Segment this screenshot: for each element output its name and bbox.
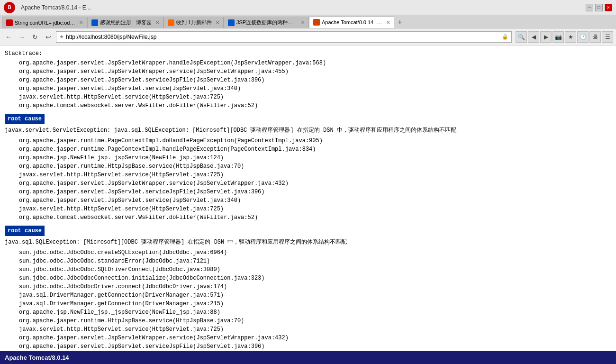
stacktrace-label: Stacktrace: [5, 49, 611, 58]
address-icon: ★ [59, 34, 64, 40]
toolbar-icons: 🔍 ◀ ▶ 📷 ★ 🕐 🖶 ☰ [516, 31, 613, 43]
search-icon[interactable]: 🔍 [516, 31, 527, 43]
stack-line: org.apache.jsp.NewFile_jsp._jspService(N… [5, 154, 611, 162]
minimize-button[interactable]: ─ [586, 4, 593, 11]
stack-line: sun.jdbc.odbc.JdbcOdbc.createSQLExceptio… [5, 248, 611, 257]
stack-line: sun.jdbc.odbc.JdbcOdbcConnection.initial… [5, 274, 611, 282]
tab-favicon-2 [91, 19, 98, 26]
tab-2[interactable]: 感谢您的注册 - 博客园 ✕ [87, 17, 163, 28]
tab-favicon-3 [168, 19, 174, 26]
page-content: Stacktrace: org.apache.jasper.servlet.Js… [0, 46, 616, 351]
nav-prev-icon[interactable]: ◀ [528, 31, 539, 43]
tab-close-5[interactable]: ✕ [386, 20, 390, 25]
address-bar[interactable]: ★ 🔒 [56, 31, 512, 43]
print-icon[interactable]: 🖶 [589, 31, 601, 43]
tab-favicon-4 [228, 19, 235, 26]
stack-line: org.apache.jasper.runtime.PageContextImp… [5, 136, 611, 145]
stack-line: org.apache.jasper.servlet.JspServlet.ser… [5, 188, 611, 196]
window-title: Apache Tomcat/8.0.14 - E... [21, 4, 91, 11]
stack-line: org.apache.jasper.servlet.JspServlet.ser… [5, 196, 611, 205]
stack-line: sun.jdbc.odbc.JdbcOdbcDriver.connect(Jdb… [5, 282, 611, 291]
root-cause-banner-1: root cause [5, 114, 45, 124]
stack-line: org.apache.jasper.servlet.JspServletWrap… [5, 179, 611, 188]
stack-line: javax.servlet.http.HttpServlet.service(H… [5, 205, 611, 213]
tab-label-4: JSP连接数据库的两种方式... [236, 19, 297, 26]
tab-close-4[interactable]: ✕ [301, 20, 305, 25]
home-button[interactable]: ↩ [43, 31, 54, 43]
stack-line: org.apache.jasper.runtime.PageContextImp… [5, 145, 611, 154]
ssl-icon: 🔒 [502, 34, 508, 40]
tab-label-5: Apache Tomcat/8.0.14 - E... [322, 19, 382, 25]
tab-favicon-5 [313, 19, 320, 26]
tab-close-3[interactable]: ✕ [216, 20, 219, 25]
tab-label-2: 感谢您的注册 - 博客园 [100, 19, 152, 26]
tab-close-2[interactable]: ✕ [155, 20, 159, 25]
stack-line: org.apache.jsp.NewFile_jsp._jspService(N… [5, 308, 611, 317]
bookmark-icon[interactable]: ★ [565, 31, 576, 43]
stack-line: org.apache.jasper.runtime.HttpJspBase.se… [5, 162, 611, 171]
stack-line: org.apache.jasper.servlet.JspServletWrap… [5, 67, 611, 76]
navigation-bar: ← → ↻ ↩ ★ 🔒 🔍 ◀ ▶ 📷 ★ 🕐 🖶 ☰ [0, 28, 616, 46]
stack-line: org.apache.tomcat.websocket.server.WsFil… [5, 101, 611, 110]
stack-line: javax.servlet.http.HttpServlet.service(H… [5, 93, 611, 101]
close-button[interactable]: ✕ [605, 4, 612, 11]
window-controls: ─ □ ✕ [586, 4, 612, 11]
stack-line: org.apache.jasper.servlet.JspServletWrap… [5, 334, 611, 342]
history-icon[interactable]: 🕐 [577, 31, 589, 43]
photo-icon[interactable]: 📷 [553, 31, 564, 43]
titlebar: B Apache Tomcat/8.0.14 - E... ─ □ ✕ [0, 0, 616, 15]
forward-button[interactable]: → [16, 31, 27, 43]
stack-line: sun.jdbc.odbc.JdbcOdbc.SQLDriverConnect(… [5, 265, 611, 274]
stack-line: javax.servlet.http.HttpServlet.service(H… [5, 325, 611, 334]
tabs-bar: String conURL= jdbc:odbc... ✕ 感谢您的注册 - 博… [0, 15, 616, 28]
stack-line: java.sql.DriverManager.getConnection(Dri… [5, 291, 611, 300]
tab-label-3: 收到 1封新邮件 [176, 19, 212, 26]
restore-button[interactable]: □ [595, 4, 603, 11]
stacktrace-container: org.apache.jasper.servlet.JspServletWrap… [5, 59, 611, 110]
stack-line: org.apache.jasper.servlet.JspServlet.ser… [5, 342, 611, 351]
exception-2: java.sql.SQLException: [Microsoft][ODBC … [5, 238, 611, 246]
stack-line: org.apache.jasper.runtime.HttpJspBase.se… [5, 317, 611, 325]
refresh-button[interactable]: ↻ [29, 31, 41, 43]
root-cause-2-container: sun.jdbc.odbc.JdbcOdbc.createSQLExceptio… [5, 248, 611, 351]
nav-next-icon[interactable]: ▶ [540, 31, 552, 43]
tab-1[interactable]: String conURL= jdbc:odbc... ✕ [2, 17, 87, 28]
back-button[interactable]: ← [3, 31, 14, 43]
tab-favicon-1 [6, 19, 13, 26]
stack-line: org.apache.jasper.servlet.JspServlet.ser… [5, 76, 611, 84]
stack-line: org.apache.jasper.servlet.JspServletWrap… [5, 59, 611, 67]
stack-line: org.apache.tomcat.websocket.server.WsFil… [5, 213, 611, 222]
root-cause-1-container: org.apache.jasper.runtime.PageContextImp… [5, 136, 611, 222]
browser-logo: B [4, 2, 15, 13]
tab-label-1: String conURL= jdbc:odbc... [15, 20, 75, 26]
stack-line: sun.jdbc.odbc.JdbcOdbc.standardError(Jdb… [5, 257, 611, 265]
menu-icon[interactable]: ☰ [602, 31, 613, 43]
tab-close-1[interactable]: ✕ [79, 20, 83, 25]
tab-4[interactable]: JSP连接数据库的两种方式... ✕ [224, 17, 309, 28]
stack-line: org.apache.jasper.servlet.JspServlet.ser… [5, 84, 611, 93]
address-input[interactable] [66, 34, 502, 40]
stack-line: javax.servlet.http.HttpServlet.service(H… [5, 171, 611, 179]
stack-line: java.sql.DriverManager.getConnection(Dri… [5, 300, 611, 308]
root-cause-banner-2: root cause [5, 226, 45, 236]
new-tab-button[interactable]: + [394, 17, 406, 28]
tab-3[interactable]: 收到 1封新邮件 ✕ [163, 17, 224, 28]
exception-1: javax.servlet.ServletException: java.sql… [5, 126, 611, 135]
tab-5[interactable]: Apache Tomcat/8.0.14 - E... ✕ [309, 17, 394, 28]
